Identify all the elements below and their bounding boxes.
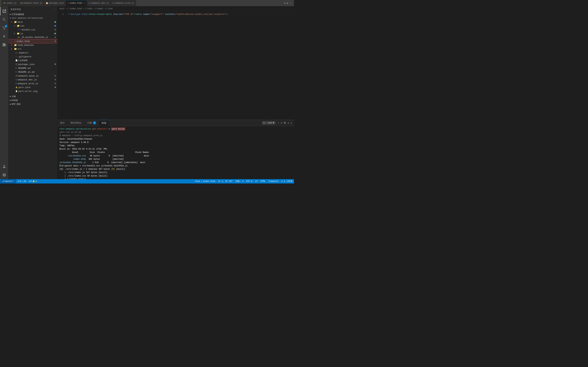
tree-item-yarn-lock[interactable]: 🔒 yarn.lock M [9, 85, 57, 89]
file-badge: U [55, 79, 56, 81]
tab-package-json[interactable]: ⬤ package.json [44, 0, 66, 6]
section-npm[interactable]: ▶ NPM 脚本 [9, 102, 57, 106]
status-editor-name[interactable]: Iceworks [267, 179, 280, 184]
license-file-icon: 📄 [15, 59, 17, 61]
status-language[interactable]: HTML [259, 179, 267, 184]
activity-extensions[interactable] [0, 41, 9, 49]
encoding-label: UTF-8 [246, 180, 252, 183]
tree-item-readme-en[interactable]: M↓ README.en.md [9, 70, 57, 74]
tab-index-js[interactable]: JS index.js [1, 0, 18, 6]
tree-item-webpack-base[interactable]: JS webpack.base.js U [9, 74, 57, 78]
add-terminal-icon[interactable]: ＋ [277, 121, 279, 125]
git-file-icon: ⬡ [15, 56, 17, 58]
tree-label: README.en.md [18, 71, 57, 73]
breadcrumb-indexhtml[interactable]: index.html [70, 8, 82, 10]
tree-item-gitignore[interactable]: ⬡ .gitignore [9, 55, 57, 58]
split-terminal-icon[interactable]: ⊡ [281, 121, 282, 125]
tree-label: _JS_bundle.31e2443a.js [20, 36, 55, 39]
sidebar: 资源管理器 ⋯ ▶ 打开的编辑器 ▼ TEST-WEBPACK-OPTIMIZA… [9, 6, 57, 179]
tree-item-babelrc[interactable]: ⬡ .babelrc [9, 51, 57, 55]
panel-tab-problems[interactable]: 问题 4 [85, 120, 99, 126]
close-panel-icon[interactable]: ✕ [291, 121, 292, 125]
code-area[interactable]: <!doctype html><html><head><meta charset… [65, 11, 294, 120]
problems-badge: 4 [93, 121, 96, 125]
breadcrumb-html[interactable]: html [87, 8, 92, 10]
terminal-selector[interactable]: 1: zsh ▼ [262, 121, 276, 125]
tree-item-webpack-dev[interactable]: ⬡ webpack.dev.js U [9, 78, 57, 82]
activity-git[interactable]: 1 [0, 24, 9, 32]
tree-item-js-bundle[interactable]: JS _JS_bundle.31e2443a.js U [9, 35, 57, 39]
status-errors[interactable]: ⊗ 0 ⚠ 16 [16, 179, 27, 184]
activity-run[interactable] [0, 32, 9, 41]
run-icon[interactable]: ▶ [287, 1, 288, 5]
status-info[interactable]: ℹ 0 🔔 4 [27, 179, 38, 184]
tree-label: README.md [18, 67, 57, 70]
js-file-icon: JS [20, 2, 22, 4]
activity-search[interactable] [0, 15, 9, 24]
tab-index-html[interactable]: H index.html ✕ [66, 0, 87, 6]
status-spaces[interactable]: 空格: 4 [234, 179, 245, 184]
status-eol[interactable]: LF [254, 179, 259, 184]
file-tree: ▶ 打开的编辑器 ▼ TEST-WEBPACK-OPTIMIZATION ▼ 📁… [9, 12, 57, 179]
json-file-icon: ⬤ [46, 2, 48, 4]
terminal-line: index.html 302 bytes [emitted] [60, 158, 292, 161]
git-branch-label: master* [5, 180, 14, 183]
status-line-col[interactable]: 行 1, 列 197 [217, 179, 234, 184]
tree-item-bundle-css[interactable]: CSS bundle.css U [9, 28, 57, 32]
section-project[interactable]: ▼ TEST-WEBPACK-OPTIMIZATION [9, 16, 57, 20]
tree-item-readme[interactable]: M↓ README.md [9, 66, 57, 70]
trash-icon[interactable]: 🗑 [284, 121, 286, 124]
status-html-context[interactable]: html | index.html [194, 179, 217, 184]
tab-webpack-prod[interactable]: ⬡ webpack.prod.js [111, 0, 136, 6]
breadcrumb-link[interactable]: link [108, 8, 113, 10]
breadcrumb-sep: > [65, 8, 67, 10]
tree-item-yarn-error-log[interactable]: 📋 yarn-error.log [9, 89, 57, 93]
status-zoom[interactable]: 1.4 小时前 [280, 179, 294, 184]
section-large[interactable]: ▶ 大纲 [9, 95, 57, 98]
tab-close-button[interactable]: ✕ [84, 2, 85, 4]
tag-icon-breadcrumb: ⬡ [105, 7, 107, 10]
chevron-up-icon[interactable]: ∧ [287, 121, 289, 125]
error-count: 0 [20, 180, 21, 183]
status-encoding[interactable]: UTF-8 [245, 179, 254, 184]
tree-item-dist[interactable]: ▼ 📁 dist [9, 20, 57, 24]
panel-tab-output[interactable]: 输出 [57, 120, 68, 126]
tree-item-node-modules[interactable]: ▶ 📁 node_modules [9, 43, 57, 47]
status-bar: ⎇ master* ⊗ 0 ⚠ 16 ℹ 0 🔔 4 html | index.… [0, 179, 294, 184]
activity-settings[interactable] [0, 171, 9, 179]
more-actions-icon[interactable]: ⋯ [290, 1, 291, 5]
tree-item-index-html[interactable]: H index.html U [9, 39, 57, 43]
git-badge: 1 [5, 25, 7, 27]
main-area: 1 资源管理器 ⋯ [0, 6, 294, 179]
tree-item-webpack-prod[interactable]: ⬡ webpack.prod.js U [9, 82, 57, 85]
terminal-text: {0} [111, 168, 115, 170]
status-git[interactable]: ⎇ master* [0, 179, 16, 184]
section-label: 打开的编辑器 [12, 13, 24, 16]
section-open-editors[interactable]: ▶ 打开的编辑器 [9, 12, 57, 16]
chevron-down-icon: ▼ [273, 121, 274, 124]
breadcrumb-head[interactable]: head [97, 8, 103, 10]
breadcrumb-sep: > [103, 8, 104, 10]
tree-item-css[interactable]: ▼ 📁 css [9, 24, 57, 28]
section-label: 时间线 [12, 99, 18, 102]
folder-icon: 📁 [14, 48, 17, 50]
split-editor-icon[interactable]: ⊡ [284, 1, 285, 5]
yarn-file-icon: 🔒 [15, 86, 17, 88]
terminal-text: $ webpack --config webpack.prod.js [60, 134, 102, 137]
panel-tab-debug[interactable]: 调试控制台 [68, 120, 85, 126]
sidebar-more-icon[interactable]: ⋯ [54, 8, 55, 10]
section-label: 大纲 [12, 95, 16, 98]
panel-tab-terminal[interactable]: 终端 [99, 120, 109, 126]
tree-item-js[interactable]: ▼ 📁 js [9, 32, 57, 35]
arrow-right-icon: ▶ [11, 48, 14, 50]
tab-webpack-base[interactable]: JS webpack.base.js [18, 0, 44, 6]
tree-item-license[interactable]: 📄 LICENSE [9, 58, 57, 62]
tree-item-src[interactable]: ▶ 📁 src [9, 47, 57, 51]
tab-webpack-dev[interactable]: ⬡ webpack.dev.js [87, 0, 111, 6]
activity-account[interactable] [0, 162, 9, 171]
breadcrumb-dist[interactable]: dist [60, 8, 65, 10]
tree-item-package-json[interactable]: {} package.json M [9, 62, 57, 66]
section-timeline[interactable]: ▶ 时间线 [9, 98, 57, 102]
activity-explorer[interactable] [0, 7, 9, 15]
file-badge: U [55, 40, 56, 42]
